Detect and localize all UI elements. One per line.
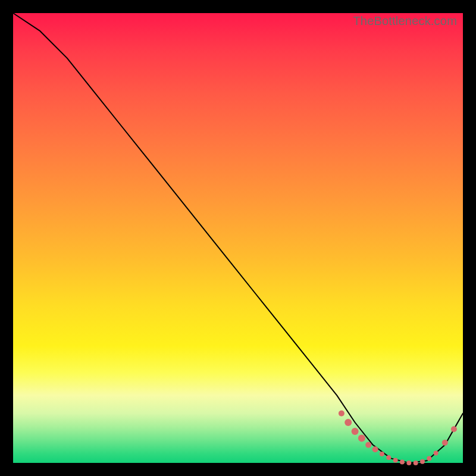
data-marker xyxy=(414,461,418,465)
data-marker xyxy=(442,440,448,446)
data-marker xyxy=(406,461,411,465)
chart-frame: TheBottleneck.com xyxy=(0,0,476,476)
data-marker xyxy=(372,446,378,452)
data-marker xyxy=(380,452,384,456)
data-marker xyxy=(365,442,371,448)
marker-group xyxy=(339,411,457,465)
data-marker xyxy=(386,455,391,460)
data-marker xyxy=(434,450,439,455)
bottleneck-curve xyxy=(13,13,463,463)
data-marker xyxy=(400,460,405,465)
gradient-plot-area: TheBottleneck.com xyxy=(13,13,463,463)
data-marker xyxy=(420,459,425,464)
data-marker xyxy=(451,426,457,432)
data-marker xyxy=(393,458,398,463)
data-marker xyxy=(345,419,352,426)
data-marker xyxy=(339,411,345,416)
data-marker xyxy=(427,456,431,461)
data-marker xyxy=(358,434,365,441)
data-marker xyxy=(352,428,359,435)
curve-overlay-svg xyxy=(13,13,463,463)
